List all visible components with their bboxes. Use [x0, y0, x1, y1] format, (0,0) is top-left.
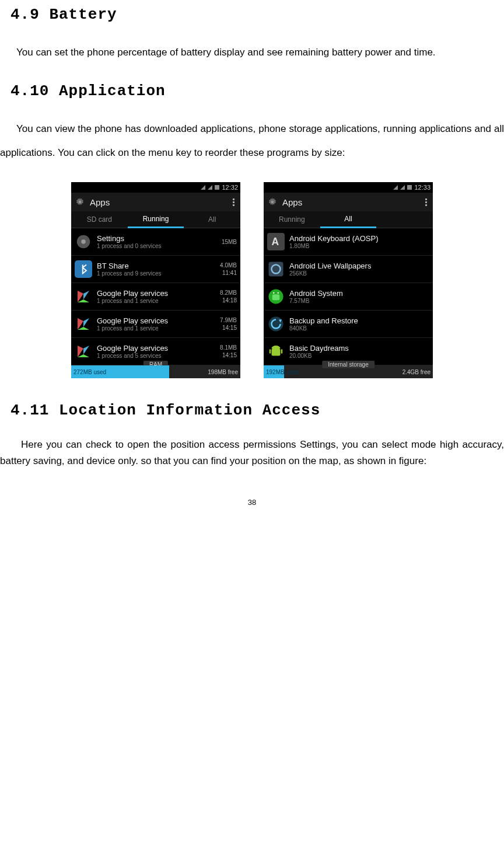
item-title: BT Share	[97, 262, 215, 270]
item-title: Google Play services	[97, 344, 215, 353]
svg-point-21	[273, 292, 275, 294]
item-title: Basic Daydreams	[289, 344, 429, 353]
tabs: Running All	[264, 211, 433, 228]
svg-point-22	[278, 292, 279, 294]
android-icon	[267, 288, 285, 305]
svg-rect-4	[75, 260, 92, 278]
item-title: Android Keyboard (AOSP)	[289, 234, 429, 243]
signal-icon	[400, 185, 405, 190]
ram-free: 198MB free	[208, 369, 238, 375]
gear-icon	[75, 197, 85, 207]
settings-icon	[75, 233, 92, 250]
item-title: Google Play services	[97, 289, 215, 298]
ram-footer: RAM 272MB used 198MB free	[71, 365, 240, 378]
list-item[interactable]: Google Play services 1 process and 1 ser…	[71, 283, 240, 311]
tab-running[interactable]: Running	[264, 212, 320, 227]
status-bar: 12:32	[71, 182, 240, 193]
tab-running[interactable]: Running	[128, 211, 184, 228]
list-item[interactable]: Android Live Wallpapers 256KB	[264, 256, 433, 283]
list-item[interactable]: Backup and Restore 840KB	[264, 311, 433, 338]
tab-blank[interactable]	[376, 216, 433, 223]
signal-icon	[208, 185, 212, 190]
android-icon	[267, 343, 285, 360]
item-sub: 1 process and 1 service	[97, 298, 215, 304]
play-services-icon	[75, 288, 92, 305]
svg-rect-20	[272, 295, 280, 301]
item-sub: 1 process and 0 services	[97, 243, 217, 249]
heading-application: 4.10 Application	[10, 82, 504, 100]
list-item[interactable]: Android System 7.57MB	[264, 283, 433, 311]
svg-marker-10	[78, 327, 89, 330]
svg-rect-27	[281, 350, 283, 354]
list-item[interactable]: Settings 1 process and 0 services 15MB	[71, 228, 240, 256]
menu-icon[interactable]	[230, 198, 237, 206]
svg-point-1	[79, 201, 82, 204]
svg-point-3	[81, 240, 86, 245]
menu-icon[interactable]	[423, 198, 429, 206]
storage-free: 2.4GB free	[402, 369, 430, 375]
tab-all[interactable]: All	[184, 212, 240, 227]
alarm-icon	[201, 185, 205, 190]
item-sub: 1.80MB	[289, 243, 429, 249]
storage-footer: Internal storage 192MB used 2.4GB free	[264, 365, 433, 378]
list-item[interactable]: A Android Keyboard (AOSP) 1.80MB	[264, 228, 433, 256]
document-page: 4.9 Battery You can set the phone percen…	[0, 6, 504, 530]
svg-point-15	[271, 201, 274, 204]
svg-marker-6	[83, 291, 89, 299]
page-number: 38	[0, 498, 504, 507]
backup-icon	[267, 315, 285, 333]
item-time: 14:15	[220, 351, 237, 359]
item-time: 11:41	[220, 269, 237, 277]
item-sub: 1 process and 5 services	[97, 353, 215, 359]
bluetooth-icon	[75, 260, 92, 278]
svg-rect-25	[272, 348, 281, 356]
app-header: Apps	[71, 193, 240, 211]
item-title: Android System	[289, 289, 429, 298]
app-list-running: Settings 1 process and 0 services 15MB B…	[71, 228, 240, 365]
svg-marker-9	[83, 318, 89, 327]
battery-icon	[215, 185, 219, 190]
item-title: Settings	[97, 234, 217, 243]
tab-all[interactable]: All	[320, 211, 377, 228]
item-title: Google Play services	[97, 316, 215, 325]
svg-text:A: A	[272, 236, 279, 248]
status-time: 12:33	[414, 184, 430, 191]
item-time: 14:18	[220, 297, 237, 304]
tab-sdcard[interactable]: SD card	[71, 212, 128, 227]
header-title: Apps	[282, 197, 423, 207]
item-title: Android Live Wallpapers	[289, 262, 429, 270]
keyboard-icon: A	[267, 233, 285, 250]
svg-rect-26	[270, 350, 271, 354]
app-header: Apps	[264, 193, 433, 211]
phone-screen-running: 12:32 Apps SD card Running All Settings	[71, 182, 240, 378]
heading-location: 4.11 Location Information Access	[10, 402, 504, 419]
item-sub: 1 process and 9 services	[97, 270, 215, 277]
battery-icon	[407, 185, 412, 190]
status-bar: 12:33	[264, 182, 433, 193]
storage-used: 192MB used	[266, 369, 299, 375]
item-sub: 1 process and 1 service	[97, 325, 215, 332]
svg-marker-13	[78, 354, 89, 357]
paragraph-application: You can view the phone has downloaded ap…	[0, 117, 504, 165]
item-title: Backup and Restore	[289, 316, 429, 325]
tabs: SD card Running All	[71, 211, 240, 228]
phone-screen-all: 12:33 Apps Running All A Android Keyboar…	[264, 182, 433, 378]
paragraph-battery: You can set the phone percentage of batt…	[0, 41, 504, 65]
heading-battery: 4.9 Battery	[10, 6, 504, 23]
item-sub: 256KB	[289, 270, 429, 277]
item-size: 4.0MB	[220, 262, 237, 269]
item-size: 7.9MB	[220, 316, 237, 324]
wallpaper-icon	[267, 260, 285, 278]
play-services-icon	[75, 315, 92, 333]
ram-used: 272MB used	[74, 369, 106, 375]
item-time: 14:15	[220, 324, 237, 332]
item-sub: 20.00KB	[289, 353, 429, 359]
list-item[interactable]: BT Share 1 process and 9 services 4.0MB1…	[71, 256, 240, 283]
list-item[interactable]: Google Play services 1 process and 1 ser…	[71, 311, 240, 338]
item-sub: 840KB	[289, 325, 429, 332]
alarm-icon	[393, 185, 398, 190]
svg-marker-7	[78, 299, 89, 302]
status-time: 12:32	[222, 184, 238, 191]
play-services-icon	[75, 343, 92, 360]
header-title: Apps	[90, 197, 230, 207]
